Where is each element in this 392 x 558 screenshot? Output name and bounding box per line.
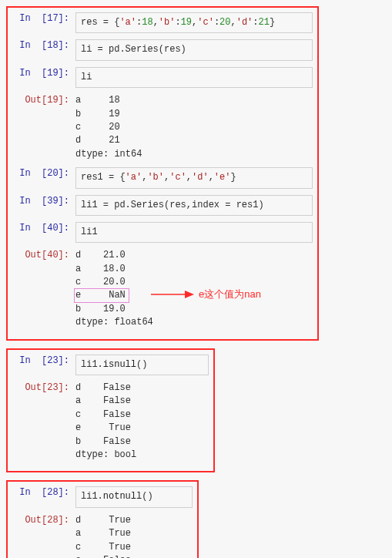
code-input-17[interactable]: res = {'a':18,'b':19,'c':20,'d':21} [75,12,313,33]
code-input-23[interactable]: li1.isnull() [75,355,209,375]
annotation-arrow: e这个值为nan [151,287,261,301]
code-input-28[interactable]: li1.notnull() [75,486,193,507]
prompt-in-18: In [18]: [15,39,75,52]
prompt-in-28: In [28]: [15,486,75,499]
prompt-in-19: In [19]: [15,67,75,80]
input-cell-23: In [23]: li1.isnull() [12,353,209,377]
output-cell-23: Out[23]: d False a False c False e True … [12,380,209,463]
prompt-out-19: Out[19]: [15,94,75,107]
highlight-frame-1: In [17]: res = {'a':18,'b':19,'c':20,'d'… [6,6,319,341]
annotation-text: e这个值为nan [199,287,261,301]
output-text-23: d False a False c False e True b False d… [75,382,209,462]
input-cell-28: In [28]: li1.notnull() [12,485,193,509]
code-input-39[interactable]: li1 = pd.Series(res,index = res1) [75,195,313,216]
highlight-frame-2: In [23]: li1.isnull() Out[23]: d False a… [6,348,215,473]
prompt-in-20: In [20]: [15,167,75,180]
prompt-in-40: In [40]: [15,222,75,235]
input-cell-39: In [39]: li1 = pd.Series(res,index = res… [12,193,313,217]
output-cell-19: Out[19]: a 18 b 19 c 20 d 21 dtype: int6… [12,92,313,163]
code-input-18[interactable]: li = pd.Series(res) [75,39,313,60]
input-cell-17: In [17]: res = {'a':18,'b':19,'c':20,'d'… [12,11,313,35]
code-input-19[interactable]: li [75,67,313,88]
output-text-28: d True a True c True e False b True dtyp… [75,514,193,558]
output-text-19: a 18 b 19 c 20 d 21 dtype: int64 [75,94,313,161]
prompt-in-17: In [17]: [15,12,75,25]
prompt-out-40: Out[40]: [15,249,75,262]
output-cell-40: Out[40]: d 21.0 a 18.0 c 20.0 e NaN b 19… [12,247,313,331]
input-cell-18: In [18]: li = pd.Series(res) [12,38,313,62]
code-input-20[interactable]: res1 = {'a','b','c','d','e'} [75,167,313,188]
input-cell-20: In [20]: res1 = {'a','b','c','d','e'} [12,166,313,190]
prompt-in-39: In [39]: [15,195,75,208]
code-input-40[interactable]: li1 [75,222,313,243]
highlight-frame-3: In [28]: li1.notnull() Out[28]: d True a… [6,480,199,558]
prompt-out-28: Out[28]: [15,514,75,527]
prompt-in-23: In [23]: [15,355,75,368]
arrow-icon [151,289,194,300]
prompt-out-23: Out[23]: [15,382,75,395]
output-cell-28: Out[28]: d True a True c True e False b … [12,513,193,558]
input-cell-19: In [19]: li [12,66,313,89]
svg-marker-1 [185,291,194,298]
input-cell-40: In [40]: li1 [12,220,313,244]
